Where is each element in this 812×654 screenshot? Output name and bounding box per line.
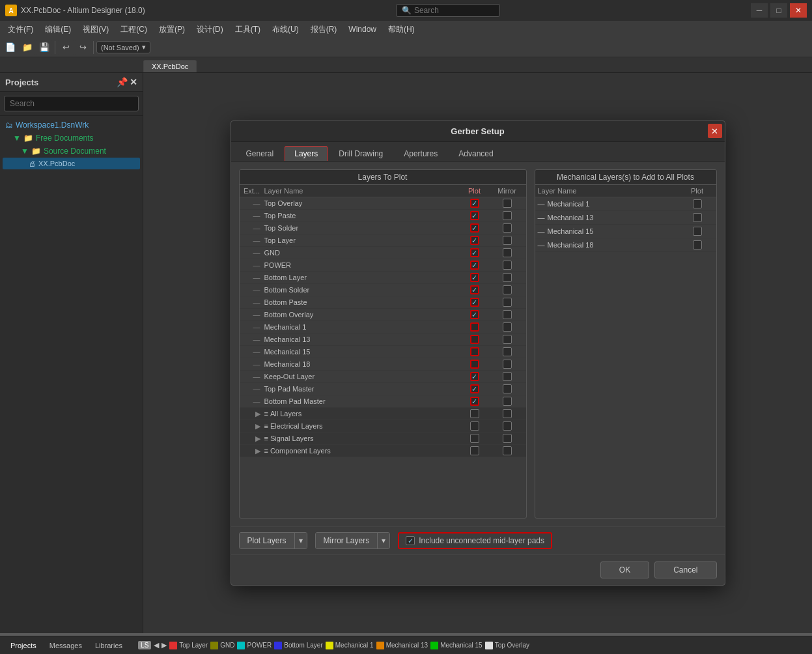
menubar-item-e[interactable]: 编辑(E) xyxy=(40,23,76,36)
layer-row-mech15[interactable]: — Mechanical 15 xyxy=(240,346,526,358)
mech-plot-cb-1[interactable] xyxy=(693,199,702,208)
mirror-cb-power[interactable] xyxy=(503,261,512,270)
plot-cb-mech18[interactable] xyxy=(470,360,479,369)
plot-cb-all-layers[interactable] xyxy=(470,409,479,418)
menubar-item-r[interactable]: 报告(R) xyxy=(305,23,343,36)
menubar-item-h[interactable]: 帮助(H) xyxy=(383,23,420,36)
toolbar-open[interactable]: 📁 xyxy=(20,40,35,55)
layer-row-bottom-layer[interactable]: — Bottom Layer xyxy=(240,272,526,284)
mirror-cb-bottom-layer[interactable] xyxy=(503,273,512,282)
plot-cb-electrical[interactable] xyxy=(470,421,479,431)
sidebar-item-source-document[interactable]: ▼ 📁 Source Document xyxy=(3,145,140,158)
layer-row-mech13[interactable]: — Mechanical 13 xyxy=(240,334,526,346)
layer-row-bottom-pad-master[interactable]: — Bottom Pad Master xyxy=(240,395,526,408)
tab-pcbdoc[interactable]: XX.PcbDoc xyxy=(143,60,197,72)
layer-row-top-solder[interactable]: — Top Solder xyxy=(240,222,526,235)
plot-cb-bottom-overlay[interactable] xyxy=(470,310,479,319)
mech-row-15[interactable]: — Mechanical 15 xyxy=(535,225,716,238)
tab-general[interactable]: General xyxy=(236,146,284,161)
layer-row-gnd[interactable]: — GND xyxy=(240,247,526,259)
plot-layers-button[interactable]: Plot Layers xyxy=(240,533,294,548)
mech-row-18[interactable]: — Mechanical 18 xyxy=(535,238,716,252)
nav-prev-icon[interactable]: ◀ xyxy=(154,641,159,649)
layer-row-top-pad-master[interactable]: — Top Pad Master xyxy=(240,383,526,395)
layer-row-signal[interactable]: ▶ ≡Signal Layers xyxy=(240,433,526,445)
sidebar-pin-icon[interactable]: 📌 xyxy=(117,77,128,87)
layer-row-mech1[interactable]: — Mechanical 1 xyxy=(240,321,526,334)
layer-row-all-layers[interactable]: ▶ ≡All Layers xyxy=(240,408,526,420)
plot-cb-bottom-solder[interactable] xyxy=(470,285,479,294)
sidebar-item-workspace[interactable]: 🗂 Workspace1.DsnWrk xyxy=(3,119,140,132)
maximize-button[interactable]: □ xyxy=(770,3,787,18)
status-tab-projects[interactable]: Projects xyxy=(5,640,42,651)
mech-row-13[interactable]: — Mechanical 13 xyxy=(535,211,716,225)
plot-cb-top-layer[interactable] xyxy=(470,236,479,245)
tab-layers[interactable]: Layers xyxy=(285,146,328,161)
toolbar-undo[interactable]: ↩ xyxy=(58,40,74,55)
menubar-item-window[interactable]: Window xyxy=(343,23,382,35)
tab-apertures[interactable]: Apertures xyxy=(394,146,447,161)
sidebar-search-input[interactable] xyxy=(4,96,139,111)
layer-row-top-layer[interactable]: — Top Layer xyxy=(240,235,526,247)
sidebar-item-free-documents[interactable]: ▼ 📁 Free Documents xyxy=(3,132,140,145)
mirror-cb-top-overlay[interactable] xyxy=(503,199,512,208)
menubar-item-f[interactable]: 文件(F) xyxy=(3,23,38,36)
toolbar-save[interactable]: 💾 xyxy=(36,40,52,55)
plot-cb-component[interactable] xyxy=(470,446,479,455)
plot-cb-power[interactable] xyxy=(470,261,479,270)
plot-cb-mech1[interactable] xyxy=(470,322,479,332)
menubar-item-v[interactable]: 视图(V) xyxy=(77,23,114,36)
plot-cb-gnd[interactable] xyxy=(470,248,479,257)
plot-cb-bottom-layer[interactable] xyxy=(470,273,479,282)
mirror-cb-bottom-pad-master[interactable] xyxy=(503,397,512,406)
layer-row-bottom-overlay[interactable]: — Bottom Overlay xyxy=(240,309,526,321)
mirror-layers-button[interactable]: Mirror Layers xyxy=(316,533,378,548)
layer-row-top-overlay[interactable]: — Top Overlay xyxy=(240,197,526,210)
plot-layers-dropdown[interactable]: ▾ xyxy=(294,533,307,548)
include-unconnected-checkbox[interactable] xyxy=(406,536,415,545)
close-button[interactable]: ✕ xyxy=(790,3,807,18)
mirror-cb-component[interactable] xyxy=(503,446,512,455)
mech-row-1[interactable]: — Mechanical 1 xyxy=(535,197,716,211)
sidebar-search-area[interactable] xyxy=(0,92,143,116)
tab-drill-drawing[interactable]: Drill Drawing xyxy=(329,146,393,161)
mirror-cb-all-layers[interactable] xyxy=(503,409,512,418)
menubar-item-c[interactable]: 工程(C) xyxy=(115,23,152,36)
mirror-layers-dropdown[interactable]: ▾ xyxy=(377,533,389,548)
mirror-cb-mech15[interactable] xyxy=(503,347,512,356)
menubar-item-p[interactable]: 放置(P) xyxy=(154,23,190,36)
mirror-cb-top-pad-master[interactable] xyxy=(503,384,512,393)
mech-plot-cb-18[interactable] xyxy=(693,240,702,249)
menubar-item-t[interactable]: 工具(T) xyxy=(230,23,266,36)
menubar-item-u[interactable]: 布线(U) xyxy=(267,23,304,36)
mirror-cb-top-layer[interactable] xyxy=(503,236,512,245)
toolbar-new[interactable]: 📄 xyxy=(3,40,18,55)
toolbar-redo[interactable]: ↪ xyxy=(75,40,91,55)
mirror-cb-signal[interactable] xyxy=(503,434,512,443)
mech-plot-cb-13[interactable] xyxy=(693,213,702,222)
plot-cb-mech13[interactable] xyxy=(470,335,479,344)
mirror-cb-electrical[interactable] xyxy=(503,421,512,431)
mirror-cb-top-solder[interactable] xyxy=(503,223,512,233)
mech-plot-cb-15[interactable] xyxy=(693,227,702,236)
plot-cb-bottom-pad-master[interactable] xyxy=(470,397,479,406)
plot-cb-top-solder[interactable] xyxy=(470,223,479,233)
titlebar-search-box[interactable]: 🔍 xyxy=(396,4,500,17)
plot-cb-signal[interactable] xyxy=(470,434,479,443)
mirror-cb-mech18[interactable] xyxy=(503,360,512,369)
status-tab-messages[interactable]: Messages xyxy=(44,640,87,651)
mirror-cb-bottom-overlay[interactable] xyxy=(503,310,512,319)
dropdown-arrow-icon[interactable]: ▾ xyxy=(142,43,146,51)
layer-row-top-paste[interactable]: — Top Paste xyxy=(240,210,526,222)
mirror-cb-bottom-paste[interactable] xyxy=(503,298,512,307)
mirror-cb-mech13[interactable] xyxy=(503,335,512,344)
dialog-close-button[interactable]: ✕ xyxy=(708,124,722,138)
mirror-cb-keepout[interactable] xyxy=(503,372,512,381)
titlebar-search-input[interactable] xyxy=(414,6,492,15)
plot-cb-bottom-paste[interactable] xyxy=(470,298,479,307)
plot-cb-keepout[interactable] xyxy=(470,372,479,381)
layer-row-mech18[interactable]: — Mechanical 18 xyxy=(240,358,526,371)
sidebar-item-pcbdoc[interactable]: 🖨 XX.PcbDoc xyxy=(3,158,140,169)
plot-cb-mech15[interactable] xyxy=(470,347,479,356)
mirror-cb-mech1[interactable] xyxy=(503,322,512,332)
